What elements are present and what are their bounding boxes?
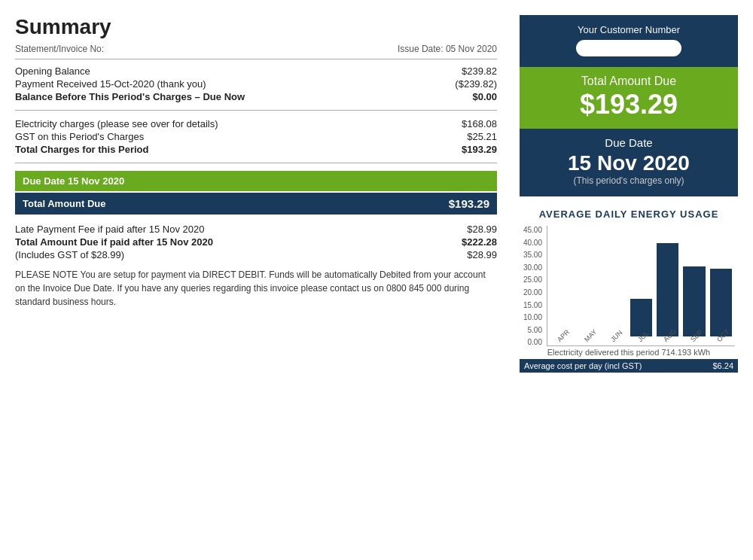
bar (710, 269, 732, 336)
bar-col: SEP (683, 229, 705, 345)
y-axis-label: 25.00 (520, 275, 542, 284)
line-label: Payment Received 15-Oct-2020 (thank you) (15, 78, 206, 90)
y-axis-label: 15.00 (520, 301, 542, 309)
line-late-fee: Late Payment Fee if paid after 15 Nov 20… (15, 224, 497, 235)
line-amount: $28.99 (467, 224, 497, 235)
total-amount-due-box: Total Amount Due $193.29 (520, 67, 738, 129)
invoice-label: Statement/Invoice No: (15, 44, 104, 54)
line-amount: $222.28 (462, 236, 497, 248)
customer-number-bar (576, 40, 681, 56)
y-axis-label: 10.00 (520, 313, 542, 321)
due-date-box-value: 15 Nov 2020 (527, 151, 730, 176)
chart-title: AVERAGE DAILY ENERGY USAGE (520, 208, 738, 220)
bar-x-label: MAY (583, 328, 598, 343)
line-total-if-late: Total Amount Due if paid after 15 Nov 20… (15, 236, 497, 248)
line-label: Opening Balance (15, 65, 90, 77)
y-axis-label: 30.00 (520, 263, 542, 272)
bar (657, 243, 678, 336)
bar (630, 299, 652, 336)
bar-col: AUG (657, 229, 678, 345)
due-date-box-label: Due Date (527, 136, 730, 149)
total-value: $193.29 (449, 197, 489, 210)
y-axis-label: 20.00 (520, 288, 542, 297)
bar (683, 266, 705, 336)
due-date-banner: Due Date 15 Nov 2020 (15, 171, 497, 191)
line-total-charges: Total Charges for this Period $193.29 (15, 144, 497, 155)
charges-section: Electricity charges (please see over for… (15, 118, 497, 163)
y-axis-label: 45.00 (520, 226, 542, 234)
line-label: Late Payment Fee if paid after 15 Nov 20… (15, 224, 205, 235)
due-date-label: Due Date 15 Nov 2020 (23, 175, 124, 187)
bar-col: JUN (604, 229, 626, 345)
line-amount: $239.82 (462, 65, 497, 77)
chart-footer-text: Electricity delivered this period 714.19… (520, 348, 738, 357)
opening-balance-section: Opening Balance $239.82 Payment Received… (15, 65, 497, 111)
y-axis-label: 40.00 (520, 239, 542, 247)
chart-y-axis: 0.005.0010.0015.0020.0025.0030.0035.0040… (520, 226, 545, 346)
chart-section: AVERAGE DAILY ENERGY USAGE 0.005.0010.00… (520, 208, 738, 373)
due-date-box-note: (This period's charges only) (527, 175, 730, 186)
footer-bar-label: Average cost per day (incl GST) (524, 361, 642, 370)
total-amount-row: Total Amount Due $193.29 (15, 193, 497, 215)
due-date-box: Due Date 15 Nov 2020 (This period's char… (520, 129, 738, 197)
line-gst: GST on this Period's Charges $25.21 (15, 131, 497, 142)
footer-bar-value: $6.24 (712, 361, 733, 370)
bar-col: OCT (710, 229, 732, 345)
invoice-row: Statement/Invoice No: Issue Date: 05 Nov… (15, 44, 497, 59)
late-payment-section: Late Payment Fee if paid after 15 Nov 20… (15, 224, 497, 260)
line-opening-balance: Opening Balance $239.82 (15, 65, 497, 77)
y-axis-label: 35.00 (520, 251, 542, 259)
chart-bars: APRMAYJUNJULAUGSEPOCT (547, 226, 735, 346)
total-amount-value: $193.29 (527, 90, 730, 120)
line-amount: $0.00 (472, 91, 497, 102)
line-gst-inc: (Includes GST of $28.99) $28.99 (15, 249, 497, 260)
bar-col: JUL (630, 229, 652, 345)
line-balance-before: Balance Before This Period's Charges – D… (15, 91, 497, 102)
line-payment-received: Payment Received 15-Oct-2020 (thank you)… (15, 78, 497, 90)
line-label: Balance Before This Period's Charges – D… (15, 91, 245, 102)
line-label: Total Amount Due if paid after 15 Nov 20… (15, 236, 213, 248)
total-amount-label: Total Amount Due (527, 75, 730, 88)
customer-number-box: Your Customer Number (520, 15, 738, 67)
line-label: Electricity charges (please see over for… (15, 118, 218, 129)
line-electricity-charges: Electricity charges (please see over for… (15, 118, 497, 129)
y-axis-label: 0.00 (520, 338, 542, 346)
bar-col: MAY (577, 229, 599, 345)
line-amount: ($239.82) (455, 78, 497, 90)
total-label: Total Amount Due (23, 198, 106, 209)
customer-number-label: Your Customer Number (527, 24, 730, 35)
line-label: (Includes GST of $28.99) (15, 249, 124, 260)
line-amount: $168.08 (462, 118, 497, 129)
page-title: Summary (15, 15, 111, 39)
payment-note: PLEASE NOTE You are setup for payment vi… (15, 268, 497, 309)
issue-date: Issue Date: 05 Nov 2020 (398, 44, 497, 54)
line-amount: $25.21 (467, 131, 497, 142)
bar-col: APR (550, 229, 572, 345)
chart-footer-bar: Average cost per day (incl GST) $6.24 (520, 359, 738, 373)
line-label: Total Charges for this Period (15, 144, 148, 155)
y-axis-label: 5.00 (520, 326, 542, 334)
chart-area: 0.005.0010.0015.0020.0025.0030.0035.0040… (520, 226, 738, 346)
line-label: GST on this Period's Charges (15, 131, 144, 142)
line-amount: $193.29 (462, 144, 497, 155)
line-amount: $28.99 (467, 249, 497, 260)
